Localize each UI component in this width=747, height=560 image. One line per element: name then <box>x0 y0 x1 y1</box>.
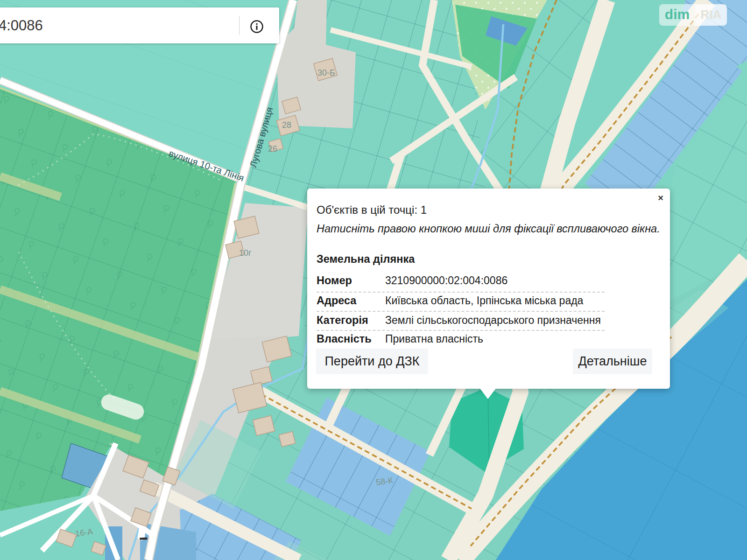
svg-text:10г: 10г <box>239 248 252 258</box>
svg-text:28: 28 <box>282 120 291 130</box>
svg-text:26: 26 <box>268 144 277 154</box>
svg-text:30-Б: 30-Б <box>317 68 335 77</box>
